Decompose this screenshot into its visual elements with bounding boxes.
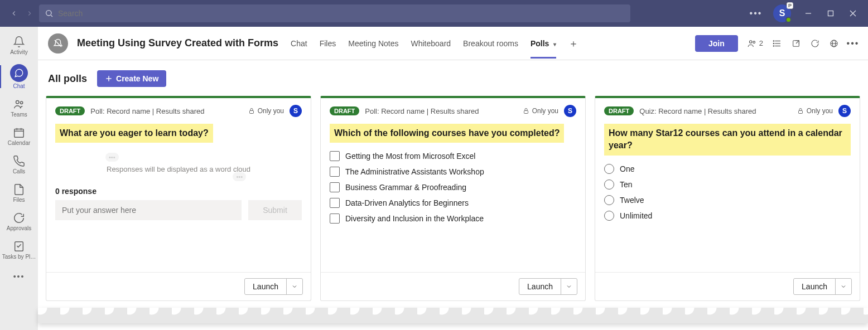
- phone-icon: [13, 155, 25, 167]
- tab-chat[interactable]: Chat: [291, 29, 307, 58]
- checkbox-option[interactable]: Business Grammar & Proofreading: [330, 179, 576, 195]
- visibility-label: Only you: [523, 107, 558, 115]
- launch-dropdown[interactable]: [561, 279, 577, 294]
- checkbox-icon: [330, 198, 340, 208]
- tab-polls-label: Polls: [531, 39, 549, 48]
- bell-icon: [13, 36, 25, 48]
- svg-point-20: [773, 43, 774, 44]
- window-maximize-button[interactable]: [826, 8, 836, 18]
- poll-card: DRAFT Poll: Record name | Results shared…: [320, 96, 586, 301]
- launch-dropdown[interactable]: [835, 279, 851, 294]
- join-button[interactable]: Join: [695, 35, 738, 52]
- response-count: 0 response: [55, 187, 302, 196]
- approvals-icon: [13, 212, 25, 224]
- meeting-tabs: Chat Files Meeting Notes Whiteboard Brea…: [291, 29, 578, 58]
- rail-item-tasks[interactable]: Tasks by Pl…: [0, 237, 38, 263]
- launch-button[interactable]: Launch: [244, 278, 303, 295]
- poll-meta: Poll: Record name | Results shared: [90, 107, 242, 115]
- author-avatar: S: [290, 105, 302, 117]
- submit-button[interactable]: Submit: [248, 200, 302, 220]
- more-options-button[interactable]: •••: [751, 8, 761, 18]
- svg-rect-29: [249, 111, 253, 114]
- poll-meta: Poll: Record name | Results shared: [365, 107, 517, 115]
- rail-more-button[interactable]: •••: [0, 269, 38, 284]
- draft-badge: DRAFT: [330, 106, 359, 115]
- rail-label: Teams: [11, 111, 27, 118]
- meeting-header: Meeting Using Survey Created with Forms …: [38, 27, 868, 60]
- rail-item-calendar[interactable]: Calendar: [0, 123, 38, 149]
- checkbox-option[interactable]: Data-Driven Analytics for Beginners: [330, 195, 576, 211]
- author-avatar: S: [838, 105, 851, 117]
- lock-icon: [248, 108, 255, 114]
- search-input[interactable]: [58, 9, 625, 18]
- checkbox-icon: [330, 167, 340, 177]
- svg-line-1: [51, 15, 52, 17]
- nav-forward-button[interactable]: [26, 9, 33, 17]
- checkbox-option[interactable]: Getting the Most from Microsoft Excel: [330, 148, 576, 164]
- people-icon: [747, 38, 757, 48]
- poll-card: DRAFT Poll: Record name | Results shared…: [46, 96, 311, 301]
- window-close-button[interactable]: [848, 8, 858, 18]
- globe-button[interactable]: [829, 38, 839, 48]
- tab-polls[interactable]: Polls ▾: [531, 29, 556, 58]
- poll-question: What are you eager to learn today?: [55, 124, 213, 143]
- rail-label: Calls: [13, 168, 25, 174]
- search-icon: [45, 9, 54, 18]
- svg-point-6: [16, 101, 20, 104]
- radio-option[interactable]: Unlimited: [604, 208, 851, 224]
- answer-input[interactable]: [55, 200, 242, 220]
- search-box[interactable]: [39, 4, 630, 22]
- rail-item-files[interactable]: Files: [0, 180, 38, 206]
- radio-option[interactable]: Twelve: [604, 192, 851, 208]
- checkbox-option[interactable]: Diversity and Inclusion in the Workplace: [330, 211, 576, 226]
- create-new-button[interactable]: Create New: [97, 70, 166, 87]
- option-label: Ten: [620, 180, 633, 189]
- participants-count: 2: [759, 39, 763, 47]
- checkbox-icon: [330, 213, 340, 224]
- radio-icon: [604, 211, 614, 221]
- popout-button[interactable]: [791, 38, 801, 48]
- launch-button[interactable]: Launch: [519, 278, 577, 295]
- launch-label: Launch: [519, 279, 561, 294]
- window-minimize-button[interactable]: [803, 8, 813, 18]
- radio-option[interactable]: Ten: [604, 177, 851, 192]
- rail-item-calls[interactable]: Calls: [0, 152, 38, 178]
- visibility-label: Only you: [248, 107, 284, 115]
- page-heading: All polls: [48, 73, 87, 85]
- chevron-down-icon: ▾: [553, 41, 556, 47]
- header-more-button[interactable]: •••: [848, 38, 858, 48]
- rail-item-approvals[interactable]: Approvals: [0, 208, 38, 235]
- tab-whiteboard[interactable]: Whiteboard: [411, 29, 451, 58]
- rail-item-chat[interactable]: Chat: [0, 61, 38, 93]
- file-icon: [13, 183, 25, 196]
- launch-dropdown[interactable]: [286, 279, 302, 294]
- refresh-button[interactable]: [810, 38, 820, 48]
- user-avatar[interactable]: S P: [773, 4, 791, 22]
- launch-label: Launch: [245, 279, 286, 294]
- tab-files[interactable]: Files: [320, 29, 336, 58]
- rail-item-activity[interactable]: Activity: [0, 32, 38, 59]
- poll-cards-row: DRAFT Poll: Record name | Results shared…: [46, 96, 860, 301]
- checkbox-option[interactable]: The Administrative Assistants Workshop: [330, 164, 576, 179]
- svg-point-21: [773, 45, 774, 46]
- svg-rect-3: [828, 11, 833, 16]
- visibility-label: Only you: [797, 107, 833, 115]
- rail-item-teams[interactable]: Teams: [0, 95, 38, 121]
- tab-meeting-notes[interactable]: Meeting Notes: [348, 29, 398, 58]
- meeting-mute-icon[interactable]: [48, 33, 68, 54]
- launch-button[interactable]: Launch: [793, 278, 852, 295]
- tab-breakout-rooms[interactable]: Breakout rooms: [463, 29, 518, 58]
- svg-rect-31: [798, 111, 802, 114]
- nav-back-button[interactable]: [10, 9, 18, 17]
- list-view-button[interactable]: [772, 38, 782, 48]
- lock-icon: [797, 108, 804, 114]
- svg-point-7: [20, 101, 22, 104]
- participants-button[interactable]: 2: [747, 38, 763, 48]
- checkbox-icon: [330, 182, 340, 192]
- add-tab-button[interactable]: ＋: [568, 37, 578, 50]
- poll-card: DRAFT Quiz: Record name | Results shared…: [595, 96, 860, 301]
- presence-available-icon: [785, 17, 792, 23]
- radio-option[interactable]: One: [604, 161, 851, 177]
- lock-icon: [523, 108, 529, 114]
- poll-meta: Quiz: Record name | Results shared: [639, 107, 791, 115]
